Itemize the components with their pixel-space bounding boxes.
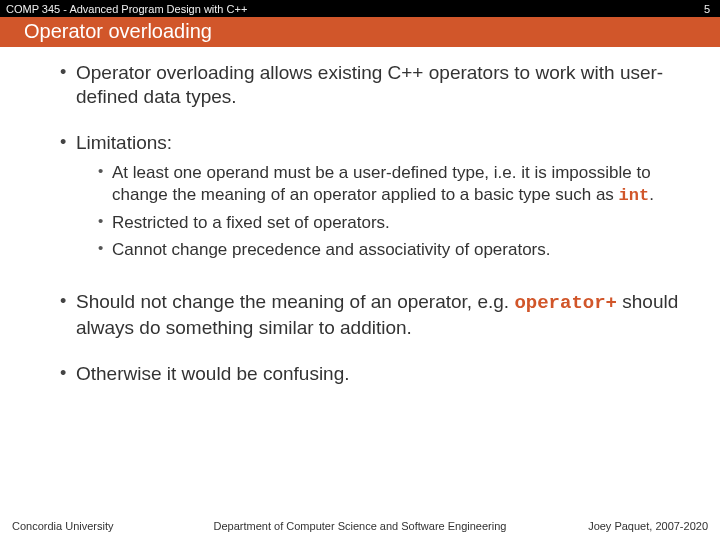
bullet-list: Operator overloading allows existing C++… xyxy=(24,61,700,386)
sub-bullet-3: Cannot change precedence and associativi… xyxy=(98,239,700,260)
title-bar: Operator overloading xyxy=(0,17,720,47)
sub-bullet-1: At least one operand must be a user-defi… xyxy=(98,162,700,206)
footer-left: Concordia University xyxy=(12,520,113,532)
footer: Concordia University Department of Compu… xyxy=(0,520,720,540)
top-bar: COMP 345 - Advanced Program Design with … xyxy=(0,0,720,17)
slide-content: Operator overloading allows existing C++… xyxy=(0,47,720,386)
text: Should not change the meaning of an oper… xyxy=(76,291,514,312)
text: At least one operand must be a user-defi… xyxy=(112,163,651,203)
bullet-should-not: Should not change the meaning of an oper… xyxy=(64,290,700,340)
code-operator-plus: operator+ xyxy=(514,292,617,314)
course-label: COMP 345 - Advanced Program Design with … xyxy=(6,3,247,15)
footer-right: Joey Paquet, 2007-2020 xyxy=(588,520,708,532)
text: Limitations: xyxy=(76,132,172,153)
text: Restricted to a fixed set of operators. xyxy=(112,213,390,232)
code-int: int xyxy=(619,186,650,205)
page-number: 5 xyxy=(704,3,710,15)
bullet-otherwise: Otherwise it would be confusing. xyxy=(64,362,700,386)
text: . xyxy=(649,185,654,204)
sub-bullet-2: Restricted to a fixed set of operators. xyxy=(98,212,700,233)
text: Otherwise it would be confusing. xyxy=(76,363,350,384)
text: Operator overloading allows existing C++… xyxy=(76,62,663,107)
slide: COMP 345 - Advanced Program Design with … xyxy=(0,0,720,540)
text: Cannot change precedence and associativi… xyxy=(112,240,551,259)
footer-center: Department of Computer Science and Softw… xyxy=(214,520,507,532)
bullet-intro: Operator overloading allows existing C++… xyxy=(64,61,700,109)
sub-list: At least one operand must be a user-defi… xyxy=(98,162,700,260)
bullet-limitations: Limitations: At least one operand must b… xyxy=(64,131,700,261)
slide-title: Operator overloading xyxy=(24,20,212,42)
